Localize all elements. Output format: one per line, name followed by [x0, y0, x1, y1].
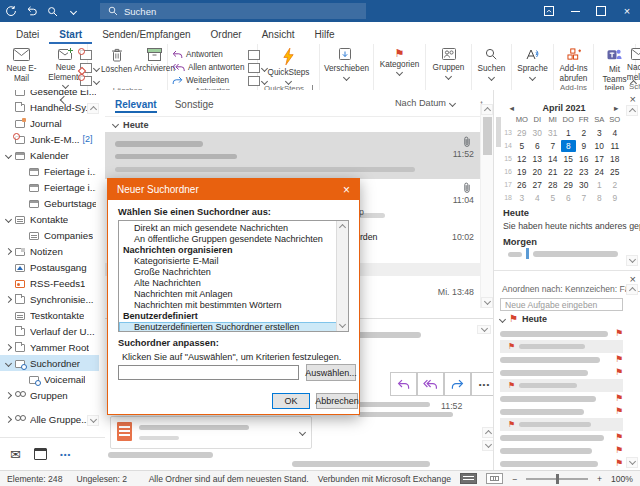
folder-item[interactable]: Verlauf der U... [0, 323, 99, 339]
calendar-day[interactable]: 28 [545, 179, 561, 191]
menu-tab[interactable]: Ordner [201, 26, 252, 44]
scroll-up-icon[interactable] [87, 103, 99, 114]
quicksteps-button[interactable]: QuickSteps [268, 47, 310, 84]
tasks-group-header[interactable]: ⚑ Heute [500, 314, 547, 324]
language-button[interactable]: Sprache [517, 47, 548, 80]
calendar-day[interactable]: 12 [514, 153, 530, 165]
get-addins-button[interactable]: Add-Ins abrufen [557, 47, 591, 83]
searchfolder-option[interactable]: Benutzerdefinierten Suchordner erstellen [119, 322, 348, 332]
flag-icon[interactable]: ⚑ [615, 394, 623, 403]
dialog-title-bar[interactable]: Neuer Suchordner × [108, 179, 359, 200]
folder-chevron-icon[interactable] [18, 231, 27, 240]
im-icon[interactable] [248, 63, 260, 73]
folder-chevron-icon[interactable] [18, 199, 27, 208]
search-input[interactable]: Suchen [100, 3, 366, 19]
zoom-level[interactable]: 100% [611, 474, 633, 484]
reply-all-button[interactable]: Allen antworten [172, 63, 244, 72]
scroll-down-icon[interactable] [87, 415, 99, 426]
calendar-day[interactable]: 17 [592, 153, 608, 165]
reply-button[interactable]: Antworten [172, 50, 244, 59]
folder-chevron-icon[interactable] [4, 391, 13, 400]
folder-chevron-icon[interactable] [4, 359, 13, 368]
close-button[interactable]: × [614, 0, 640, 22]
calendar-day[interactable]: 19 [514, 166, 530, 178]
groups-button[interactable]: Gruppen [433, 47, 465, 79]
folder-item[interactable]: Notizen [0, 243, 99, 259]
task-subgroup-header[interactable]: ⚑ [500, 418, 623, 431]
calendar-day[interactable]: 2 [576, 127, 592, 139]
cancel-button[interactable]: Abbrechen [316, 393, 358, 409]
reading-view-button[interactable] [460, 473, 477, 484]
calendar-day[interactable]: 6 [530, 140, 546, 152]
tab-other[interactable]: Sonstige [175, 94, 214, 113]
minimize-button[interactable] [562, 0, 588, 22]
next-month-icon[interactable]: ► [613, 104, 620, 113]
calendar-day[interactable]: 15 [561, 153, 577, 165]
folder-item[interactable]: Postausgang [0, 259, 99, 275]
new-email-button[interactable]: Neue E-Mail [1, 47, 43, 83]
tab-focused[interactable]: Relevant [115, 94, 157, 113]
folder-chevron-icon[interactable] [4, 151, 13, 160]
folder-chevron-icon[interactable] [4, 263, 13, 272]
calendar-day[interactable]: 3 [592, 127, 608, 139]
searchfolder-option[interactable]: Nachrichten mit Anlagen [119, 289, 348, 300]
attachment-card[interactable] [110, 416, 312, 449]
menu-tab[interactable]: Datei [6, 26, 49, 44]
junk-icon[interactable] [80, 76, 92, 86]
folder-chevron-icon[interactable] [4, 90, 13, 96]
categories-button[interactable]: ⚑ Kategorien [380, 47, 420, 75]
quick-access-icon[interactable] [42, 0, 63, 22]
maximize-button[interactable] [588, 0, 614, 22]
folder-item[interactable]: Gruppen [0, 387, 99, 403]
ribbon-display-options-icon[interactable] [536, 0, 562, 22]
folder-chevron-icon[interactable] [4, 215, 13, 224]
calendar-day[interactable]: 30 [576, 179, 592, 191]
calendar-day[interactable]: 21 [545, 166, 561, 178]
folder-chevron-icon[interactable] [4, 135, 13, 144]
flag-icon[interactable]: ⚑ [615, 459, 623, 468]
tasks-sort-header[interactable]: Anordnen nach: Kennzeichen: Fälli... | [502, 284, 640, 294]
task-item[interactable]: ⚑ [500, 431, 623, 444]
flag-icon[interactable]: ⚑ [615, 368, 623, 377]
ok-button[interactable]: OK [272, 393, 310, 409]
move-button[interactable]: Verschieben [324, 47, 369, 80]
calendar-day[interactable]: 4 [607, 127, 623, 139]
scroll-up-icon[interactable] [626, 284, 638, 295]
folder-item[interactable]: Journal [0, 115, 99, 131]
zoom-in-button[interactable]: + [597, 474, 602, 484]
choose-button[interactable]: Auswählen... [306, 364, 356, 381]
close-calendar-section-icon[interactable]: × [630, 94, 636, 105]
sort-dropdown[interactable]: Nach Datum [395, 98, 455, 108]
folder-chevron-icon[interactable] [4, 279, 13, 288]
customize-toolbar-chevron-icon[interactable] [63, 0, 84, 22]
searchfolder-option[interactable]: An öffentliche Gruppen gesendete Nachric… [119, 234, 348, 245]
calendar-day[interactable]: 7 [545, 140, 561, 152]
menu-tab[interactable]: Start [49, 26, 92, 44]
menu-tab[interactable]: Ansicht [252, 26, 305, 44]
folder-chevron-icon[interactable] [18, 167, 27, 176]
calendar-day[interactable]: 13 [530, 153, 546, 165]
more-respond-icon[interactable] [248, 76, 260, 86]
undo-icon[interactable] [21, 0, 42, 22]
forward-button[interactable] [444, 372, 471, 396]
attachment-menu-icon[interactable] [299, 429, 306, 436]
folder-item[interactable]: Voicemail [0, 371, 99, 387]
searchfolder-option[interactable]: Nachrichten organisieren [119, 245, 348, 256]
folder-chevron-icon[interactable] [4, 327, 13, 336]
scroll-down-icon[interactable] [626, 255, 638, 266]
searchfolder-option[interactable]: Kategorisierte E-Mail [119, 256, 348, 267]
new-task-input[interactable]: Neue Aufgabe eingeben [500, 298, 623, 311]
folder-chevron-icon[interactable] [4, 295, 13, 304]
calendar-day[interactable]: 4 [530, 192, 546, 204]
calendar-day[interactable]: 31 [545, 127, 561, 139]
calendar-day[interactable]: 3 [514, 192, 530, 204]
flag-icon[interactable]: ⚑ [615, 433, 623, 442]
folder-item[interactable]: Geburtstage [0, 195, 99, 211]
calendar-day[interactable]: 11 [607, 140, 623, 152]
zoom-out-button[interactable]: − [512, 474, 517, 484]
folder-item[interactable]: Kontakte [0, 211, 99, 227]
calendar-day[interactable]: 25 [607, 166, 623, 178]
folder-item[interactable]: Gesendete El... [0, 90, 99, 99]
folder-chevron-icon[interactable] [18, 375, 27, 384]
report-message-button[interactable]: Nachrmelde [627, 47, 640, 82]
